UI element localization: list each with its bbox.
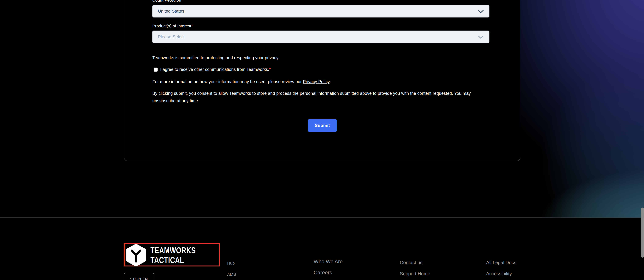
- footer-link-contact-us[interactable]: Contact us: [400, 260, 422, 265]
- privacy-policy-link[interactable]: Privacy Policy: [303, 79, 330, 84]
- required-asterisk: *: [269, 67, 271, 72]
- products-select-placeholder: Please Select: [158, 34, 185, 39]
- scrollbar-thumb[interactable]: [641, 208, 644, 258]
- footer-link-all-legal-docs[interactable]: All Legal Docs: [486, 260, 516, 265]
- sign-in-button[interactable]: SIGN IN: [124, 273, 154, 280]
- footer-link-accessibility[interactable]: Accessibility: [486, 271, 512, 276]
- hero-gradient-section: Country/Region* United States Product(s)…: [0, 0, 644, 218]
- logo-line-1: TEAMWORKS: [150, 245, 196, 255]
- privacy-intro-text: Teamworks is committed to protecting and…: [152, 54, 280, 62]
- footer-link-support-home[interactable]: Support Home: [400, 271, 430, 276]
- consent-row: I agree to receive other communications …: [154, 67, 271, 72]
- logo-line-2: TACTICAL: [150, 255, 196, 265]
- teamworks-tactical-logo[interactable]: TEAMWORKS TACTICAL: [124, 243, 220, 266]
- submit-disclaimer-text: By clicking submit, you consent to allow…: [152, 90, 495, 105]
- required-asterisk: *: [181, 0, 183, 3]
- info-text-prefix: For more information on how your informa…: [152, 79, 303, 84]
- consent-label: I agree to receive other communications …: [160, 67, 271, 72]
- footer-link-careers[interactable]: Careers: [314, 269, 332, 275]
- country-region-label: Country/Region*: [152, 0, 183, 3]
- consent-checkbox[interactable]: [154, 68, 158, 72]
- chevron-down-icon: [478, 35, 484, 39]
- footer-link-ams[interactable]: AMS: [227, 272, 236, 277]
- logo-wordmark: TEAMWORKS TACTICAL: [150, 245, 196, 265]
- info-text-suffix: .: [330, 79, 331, 84]
- country-region-label-text: Country/Region: [152, 0, 181, 3]
- footer: TEAMWORKS TACTICAL SIGN IN Hub AMS Who W…: [0, 218, 644, 280]
- info-text: For more information on how your informa…: [152, 78, 331, 85]
- contact-form-card: Country/Region* United States Product(s)…: [124, 0, 520, 161]
- footer-link-hub[interactable]: Hub: [227, 261, 235, 266]
- teamworks-hexagon-y-icon: [126, 244, 146, 267]
- consent-label-text: I agree to receive other communications …: [160, 67, 269, 72]
- products-select[interactable]: Please Select: [152, 31, 490, 43]
- country-select[interactable]: United States: [152, 5, 490, 18]
- scrollbar-track[interactable]: [641, 0, 644, 280]
- country-select-value: United States: [158, 9, 184, 14]
- required-asterisk: *: [191, 24, 193, 28]
- footer-link-who-we-are[interactable]: Who We Are: [314, 258, 343, 264]
- submit-button[interactable]: Submit: [308, 119, 337, 132]
- products-of-interest-label-text: Product(s) of Interest: [152, 24, 191, 28]
- products-of-interest-label: Product(s) of Interest*: [152, 24, 193, 29]
- chevron-down-icon: [478, 10, 484, 13]
- page: Country/Region* United States Product(s)…: [0, 0, 644, 280]
